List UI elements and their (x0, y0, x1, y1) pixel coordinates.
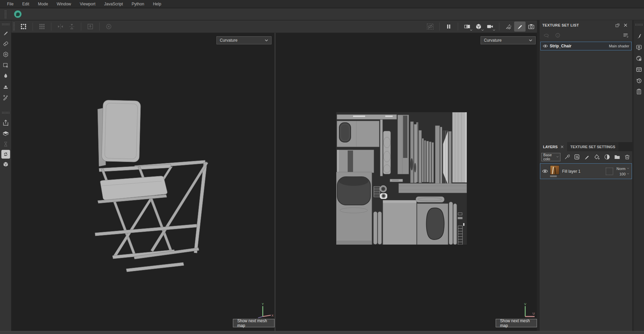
dock-shelf-button[interactable] (635, 65, 643, 74)
export-textures-button[interactable] (1, 118, 11, 128)
menu-viewport[interactable]: Viewport (76, 0, 100, 8)
projection-tool-button[interactable] (1, 49, 11, 59)
texture-set-name: Strip_Chair (550, 44, 607, 48)
pivot-frame-button[interactable] (85, 22, 96, 32)
paint-brush-icon (516, 23, 524, 30)
blend-mode-dropdown[interactable]: Norm (616, 167, 629, 171)
eye-sync-icon (543, 32, 549, 38)
viewport-area[interactable]: Curvature (11, 33, 537, 331)
texture-set-shader-label[interactable]: Main shader (609, 44, 629, 48)
layer-visibility-eye-icon[interactable] (542, 169, 548, 173)
camera-view-button[interactable] (484, 22, 496, 32)
transform-tool-button[interactable] (18, 22, 29, 32)
toolbar-drag-handle[interactable] (4, 10, 7, 19)
toolbar-separator (499, 23, 499, 31)
layer-thumbnail[interactable] (550, 165, 559, 175)
dock-log-button[interactable] (635, 87, 643, 96)
material-picker-tool-button[interactable] (1, 92, 11, 102)
axis-gizmo-3d: Y X (251, 302, 274, 319)
solo-view-button[interactable]: 1 (554, 31, 562, 39)
chair-3d-model[interactable] (94, 99, 215, 277)
uv-texture-map[interactable] (336, 112, 467, 245)
mesh-map-dropdown-2d[interactable]: Curvature (481, 36, 536, 44)
transform-icon (20, 23, 27, 30)
screenshot-camera-button[interactable] (526, 22, 537, 32)
add-group-button[interactable] (613, 153, 621, 161)
3d-only-view-button[interactable] (473, 22, 484, 32)
layer-mask-slot[interactable] (606, 168, 613, 175)
substance-painter-logo-icon[interactable] (14, 10, 21, 18)
paint-brush-tool-button[interactable] (514, 22, 526, 32)
mesh-map-dropdown-3d[interactable]: Curvature (216, 36, 271, 44)
show-next-mesh-map-button-2d[interactable]: Show next mesh map (496, 319, 537, 327)
list-options-button[interactable] (622, 31, 630, 39)
pause-engine-button[interactable] (443, 22, 454, 32)
toolbar-separator (439, 23, 440, 31)
add-effect-button[interactable] (563, 153, 571, 161)
reset-rotation-button[interactable] (103, 22, 114, 32)
polygon-fill-tool-button[interactable] (1, 60, 11, 70)
sidebar-drag-handle[interactable] (2, 23, 10, 26)
particles-icon (505, 23, 512, 30)
tab-texture-set-settings[interactable]: TEXTURE SET SETTINGS (567, 142, 619, 151)
sidebar-drag-handle[interactable] (2, 112, 10, 114)
toggle-all-visibility-button[interactable] (542, 31, 550, 39)
toolbar-drag-handle[interactable] (13, 22, 15, 31)
paint-tool-button[interactable] (1, 28, 11, 38)
layers-toolbar: Base colo (540, 151, 632, 163)
menu-javascript[interactable]: JavaScript (100, 0, 127, 8)
clone-tool-button[interactable] (1, 82, 11, 92)
menu-mode[interactable]: Mode (34, 0, 52, 8)
uv-tile-grid-button[interactable] (36, 22, 48, 32)
channel-filter-dropdown[interactable]: Base colo (541, 153, 560, 161)
texture-set-row[interactable]: Strip_Chair Main shader (540, 42, 632, 50)
close-panel-button[interactable] (622, 21, 630, 29)
bake-mesh-maps-button[interactable] (1, 139, 11, 149)
opacity-dropdown[interactable]: 100 (620, 172, 629, 176)
eraser-tool-button[interactable] (1, 39, 11, 49)
viewport-3d[interactable]: Curvature (11, 33, 275, 331)
delete-layer-button[interactable] (624, 153, 631, 161)
mirror-vertical-button[interactable] (66, 22, 78, 32)
menu-python[interactable]: Python (127, 0, 148, 8)
tab-layers-label: LAYERS (543, 145, 558, 149)
add-fill-layer-button[interactable] (594, 153, 601, 161)
close-tab-icon[interactable] (560, 145, 564, 149)
add-smart-mask-button[interactable] (604, 153, 611, 161)
toolbar-separator (99, 23, 100, 31)
menu-help[interactable]: Help (149, 0, 166, 8)
projection-icon (2, 51, 9, 58)
resources-updater-button[interactable] (1, 150, 10, 159)
layer-row[interactable]: Fill layer 1 Norm 100 (540, 163, 632, 179)
add-smart-material-button[interactable] (574, 153, 581, 161)
add-paint-layer-button[interactable] (584, 153, 591, 161)
mirror-horizontal-button[interactable] (55, 22, 66, 32)
dock-shader-settings-button[interactable] (635, 54, 643, 63)
tab-layers[interactable]: LAYERS (540, 142, 567, 151)
assets-button[interactable] (1, 159, 11, 169)
smart-material-icon (574, 154, 580, 160)
undock-panel-button[interactable] (613, 21, 622, 29)
menu-window[interactable]: Window (52, 0, 76, 8)
viewport-2d[interactable]: Curvature (276, 33, 537, 331)
split-2d-3d-view-button[interactable] (461, 22, 473, 32)
dock-drag-handle[interactable] (635, 24, 643, 26)
toggle-mask-visibility-button[interactable] (425, 22, 436, 32)
particle-brush-button[interactable] (503, 22, 514, 32)
chevron-down-icon (556, 156, 558, 158)
dock-history-button[interactable] (635, 76, 643, 85)
monitor-gear-icon (636, 44, 642, 51)
dock-properties-button[interactable] (635, 32, 643, 41)
uv-tile-grid-icon (38, 23, 46, 30)
texture-set-list-toolbar: 1 (540, 30, 632, 40)
geometry-mask-button[interactable] (1, 128, 11, 138)
smudge-tool-button[interactable] (1, 71, 11, 81)
menu-edit[interactable]: Edit (18, 0, 34, 8)
layer-name[interactable]: Fill layer 1 (562, 169, 606, 174)
dock-display-settings-button[interactable] (635, 43, 643, 52)
show-next-mesh-map-button-3d[interactable]: Show next mesh map (233, 319, 275, 327)
clipboard-list-icon (636, 88, 642, 95)
menu-file[interactable]: File (3, 0, 18, 8)
visibility-eye-icon[interactable] (543, 44, 548, 48)
chevron-down-icon (493, 29, 495, 31)
